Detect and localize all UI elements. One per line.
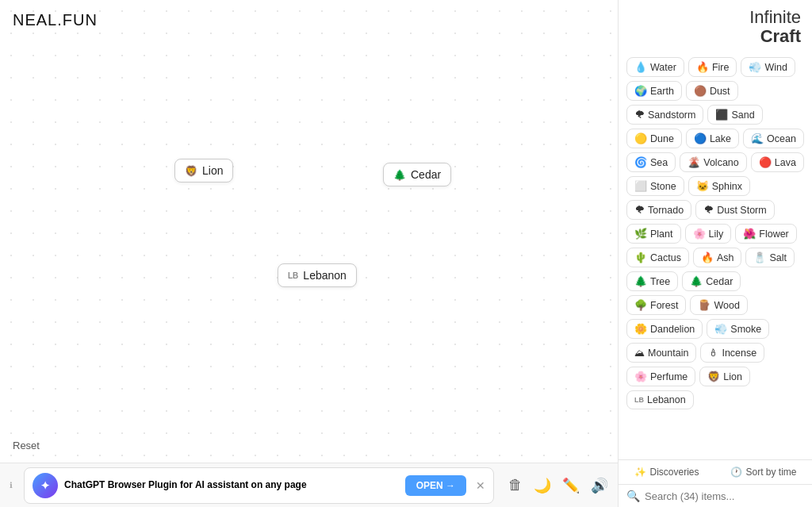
item-chip-lebanon[interactable]: LBLebanon [626,390,694,409]
item-emoji: ⛰ [634,347,645,359]
item-emoji: 🟡 [634,133,647,144]
item-emoji: 🌊 [751,133,764,144]
item-chip-sphinx[interactable]: 🐱Sphinx [688,176,750,196]
item-emoji: ⬛ [715,109,728,121]
item-chip-cedar[interactable]: 🌲Cedar [682,271,741,291]
sound-icon[interactable]: 🔊 [591,477,608,494]
logo-text: NEAL.FUN [13,11,98,29]
item-label: Wind [764,62,787,73]
discoveries-icon: ✨ [634,467,646,478]
item-label: Dust Storm [717,205,767,216]
item-chip-sand[interactable]: ⬛Sand [707,105,762,125]
item-label: Smoke [730,324,761,335]
lion-emoji: 🦁 [185,165,197,177]
infinite-text: Infinite [749,8,801,27]
craft-text: Craft [749,27,801,46]
item-chip-cactus[interactable]: 🌵Cactus [626,248,689,267]
search-icon: 🔍 [626,490,640,502]
cedar-label: Cedar [411,168,441,181]
item-chip-dust[interactable]: 🟤Dust [686,81,738,101]
item-emoji: 💧 [634,61,647,73]
item-emoji: 🌺 [743,228,756,240]
item-label: Lava [775,157,796,168]
item-label: Sphinx [712,181,742,192]
sort-icon: 🕐 [730,467,742,478]
item-chip-lava[interactable]: 🔴Lava [751,152,804,172]
item-chip-dune[interactable]: 🟡Dune [626,129,682,148]
item-chip-lake[interactable]: 🔵Lake [686,129,739,148]
item-label: Tornado [648,205,684,216]
item-emoji: 🌸 [634,371,647,382]
item-chip-tree[interactable]: 🌲Tree [626,271,678,291]
item-label: Dandelion [650,324,695,335]
item-chip-sea[interactable]: 🌀Sea [626,152,676,172]
delete-icon[interactable]: 🗑 [508,477,523,494]
item-emoji: 💨 [749,61,761,73]
sidebar-tabs: ✨ Discoveries 🕐 Sort by time [619,460,812,485]
item-chip-wind[interactable]: 💨Wind [741,57,795,77]
item-emoji: 🌵 [634,252,647,263]
node-cedar[interactable]: 🌲 Cedar [383,163,451,186]
item-chip-perfume[interactable]: 🌸Perfume [626,367,695,386]
item-label: Incense [722,348,756,359]
item-chip-smoke[interactable]: 💨Smoke [707,319,769,339]
item-chip-lily[interactable]: 🌸Lily [685,224,732,244]
item-chip-water[interactable]: 💧Water [626,57,684,77]
item-chip-ash[interactable]: 🔥Ash [693,248,742,267]
item-label: Lion [723,371,742,382]
ad-open-button[interactable]: OPEN → [405,475,466,496]
item-chip-dust-storm[interactable]: 🌪Dust Storm [695,200,775,220]
item-chip-stone[interactable]: ⬜Stone [626,176,684,196]
item-label: Salt [769,252,787,263]
infinite-craft-logo: Infinite Craft [749,8,801,46]
item-label: Dune [650,133,674,144]
items-grid: 💧Water🔥Fire💨Wind🌍Earth🟤Dust🌪Sandstorm⬛Sa… [626,57,804,409]
tab-sort-by-time[interactable]: 🕐 Sort by time [715,460,812,484]
item-chip-mountain[interactable]: ⛰Mountain [626,343,696,363]
item-emoji: 🌼 [634,323,647,335]
item-chip-salt[interactable]: 🧂Salt [745,248,795,267]
edit-icon[interactable]: ✏️ [562,477,580,494]
item-chip-forest[interactable]: 🌳Forest [626,295,686,315]
item-chip-tornado[interactable]: 🌪Tornado [626,200,691,220]
item-label: Flower [759,229,789,240]
canvas-area[interactable]: NEAL.FUN 🦁 Lion 🌲 Cedar LB Lebanon Re [0,0,618,507]
item-chip-dandelion[interactable]: 🌼Dandelion [626,319,703,339]
item-chip-sandstorm[interactable]: 🌪Sandstorm [626,105,703,125]
logo: NEAL.FUN [13,11,98,29]
sidebar-bottom: ✨ Discoveries 🕐 Sort by time 🔍 [619,459,812,507]
ad-close-icon[interactable]: ✕ [476,479,485,492]
lebanon-prefix: LB [288,271,298,280]
cedar-emoji: 🌲 [393,169,406,181]
item-chip-incense[interactable]: 🕯Incense [700,343,764,363]
item-emoji: 🟤 [694,85,707,97]
item-emoji: 🌳 [634,299,647,311]
item-emoji: 🌿 [634,228,647,240]
item-chip-fire[interactable]: 🔥Fire [688,57,737,77]
node-lebanon[interactable]: LB Lebanon [278,263,357,287]
item-label: Volcano [703,157,738,168]
item-label: Lake [710,133,731,144]
item-emoji: 🔵 [694,133,707,144]
items-area[interactable]: 💧Water🔥Fire💨Wind🌍Earth🟤Dust🌪Sandstorm⬛Sa… [619,52,812,459]
item-chip-ocean[interactable]: 🌊Ocean [743,129,804,148]
item-label: Tree [650,276,670,287]
item-label: Sand [731,109,754,121]
item-label: Cactus [650,252,681,263]
node-lion[interactable]: 🦁 Lion [174,159,233,182]
item-chip-wood[interactable]: 🪵Wood [690,295,747,315]
item-chip-earth[interactable]: 🌍Earth [626,81,682,101]
item-label: Forest [650,300,678,311]
item-chip-lion[interactable]: 🦁Lion [699,367,750,386]
item-label: Sea [650,157,668,168]
search-input[interactable] [645,490,804,502]
reset-button[interactable]: Reset [13,440,40,451]
item-emoji: 🌸 [693,228,706,240]
item-emoji: 🌀 [634,156,647,168]
tab-discoveries[interactable]: ✨ Discoveries [619,460,715,484]
item-chip-volcano[interactable]: 🌋Volcano [680,152,746,172]
item-emoji: 🌲 [690,275,703,287]
dark-mode-icon[interactable]: 🌙 [534,477,551,494]
item-chip-plant[interactable]: 🌿Plant [626,224,681,244]
item-chip-flower[interactable]: 🌺Flower [735,224,797,244]
